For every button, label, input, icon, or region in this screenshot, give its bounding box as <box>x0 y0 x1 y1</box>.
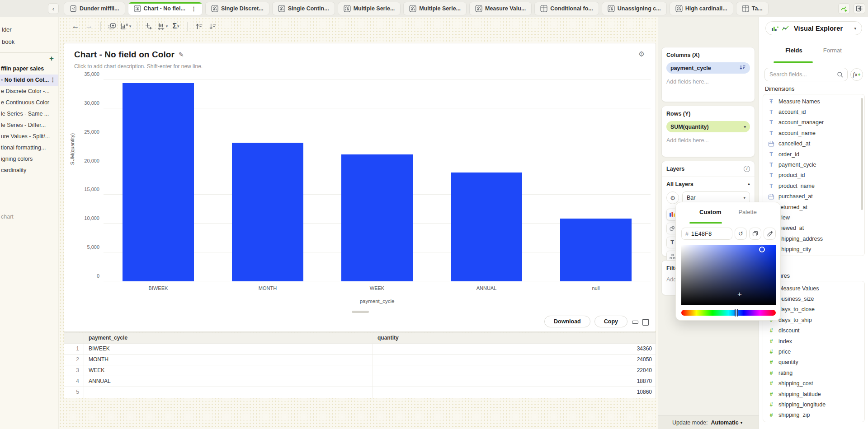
bar[interactable] <box>560 219 632 281</box>
field-item[interactable]: #shipping_zip <box>763 410 864 420</box>
field-item[interactable]: Torder_id <box>763 149 864 159</box>
table-row[interactable]: 1BIWEEK34360 <box>64 344 656 354</box>
field-item[interactable]: Taccount_id <box>763 107 864 117</box>
field-item[interactable]: #shipping_latitude <box>763 389 864 399</box>
tab-fields[interactable]: Fields <box>785 47 802 58</box>
copy-button[interactable]: Copy <box>594 316 627 327</box>
workbook-tab[interactable]: High cardinali... <box>670 2 733 15</box>
color-selector-circle[interactable] <box>759 247 765 252</box>
copy-color-button[interactable] <box>749 228 761 240</box>
cell-quantity[interactable]: 24050 <box>373 354 656 365</box>
pill-caret-icon[interactable]: ▾ <box>744 125 746 129</box>
dropdown-caret-icon[interactable]: ▾ <box>129 24 132 28</box>
cell-payment-cycle[interactable]: WEEK <box>84 365 373 376</box>
field-item[interactable]: Tproduct_name <box>763 181 864 191</box>
field-item[interactable]: ŦMeasure Names <box>763 96 864 107</box>
sidebar-page-item[interactable]: cardinality <box>0 165 58 176</box>
add-calculated-field-button[interactable]: fx+ <box>850 68 863 81</box>
color-picker-tab-palette[interactable]: Palette <box>738 209 756 215</box>
maximize-icon[interactable] <box>642 319 648 324</box>
workbook-tab[interactable]: Dunder miffli... <box>64 2 125 15</box>
cell-payment-cycle[interactable]: BIWEEK <box>84 344 373 354</box>
clear-chart-button[interactable]: ▾ <box>119 19 132 33</box>
sidebar-page-item[interactable]: igning colors <box>0 154 58 165</box>
layers-info-icon[interactable]: i <box>744 166 750 172</box>
sidebar-page-item[interactable]: le Series - Same ... <box>0 108 58 120</box>
field-item[interactable]: Tpayment_cycle <box>763 159 864 170</box>
bar[interactable] <box>451 173 522 281</box>
sidebar-page-item[interactable]: ure Values - Split/... <box>0 131 58 142</box>
hue-slider-handle[interactable] <box>735 309 738 317</box>
workbook-tab[interactable]: Chart - No fiel...⋮ <box>128 2 203 15</box>
cell-payment-cycle[interactable] <box>84 387 373 398</box>
field-item[interactable]: #index <box>763 336 864 346</box>
workbook-tab[interactable]: Single Discret... <box>205 2 269 15</box>
field-item[interactable]: Taccount_manager <box>763 117 864 128</box>
columns-field-pill[interactable]: payment_cycle <box>666 62 750 74</box>
add-page-button[interactable]: + <box>49 55 54 62</box>
bar-width-button[interactable]: ▾ <box>156 19 169 33</box>
hex-color-input[interactable]: # 1E48F8 <box>681 228 732 240</box>
field-item[interactable]: #price <box>763 346 864 357</box>
sort-descending-button[interactable] <box>206 19 219 33</box>
sidebar-page-item[interactable]: - No field on Col...⋮ <box>0 75 58 86</box>
chart-horizontal-scrollbar[interactable] <box>352 311 369 313</box>
table-row[interactable]: 2MONTH24050 <box>64 354 656 365</box>
chart-card[interactable]: Chart - No field on Color ✎ Click to add… <box>64 43 656 332</box>
hue-slider[interactable] <box>681 310 776 316</box>
field-item[interactable]: #quantity <box>763 357 864 368</box>
visual-explorer-selector[interactable]: Visual Explorer ▾ <box>765 21 862 35</box>
column-header[interactable]: payment_cycle <box>84 333 373 343</box>
duplicate-element-button[interactable] <box>105 19 119 33</box>
edit-title-icon[interactable]: ✎ <box>179 51 184 58</box>
chart-description-placeholder[interactable]: Click to add chart description. Shift-en… <box>74 63 203 70</box>
swap-axes-button[interactable] <box>142 19 156 33</box>
color-picker-tab-custom[interactable]: Custom <box>699 209 721 215</box>
workbook-tab[interactable]: Conditional fo... <box>534 2 599 15</box>
minimize-icon[interactable] <box>632 319 638 324</box>
bar[interactable] <box>123 83 194 281</box>
cell-payment-cycle[interactable]: MONTH <box>84 354 373 365</box>
field-item[interactable]: Taccount_name <box>763 128 864 138</box>
workbook-tab[interactable]: Single Contin... <box>272 2 335 15</box>
cell-quantity[interactable]: 34360 <box>373 344 656 354</box>
field-item[interactable]: #rating <box>763 368 864 378</box>
sidebar-page-item[interactable]: e Discrete Color -... <box>0 86 58 97</box>
sort-icon[interactable] <box>739 65 746 72</box>
collapse-tabs-button[interactable]: ‹ <box>48 3 59 14</box>
rows-field-pill[interactable]: SUM(quantity) ▾ <box>666 121 750 132</box>
saturation-value-area[interactable]: + <box>681 245 776 305</box>
workbook-tab[interactable]: Multiple Serie... <box>403 2 467 15</box>
cell-quantity[interactable]: 22040 <box>373 365 656 376</box>
field-item[interactable]: #shipping_cost <box>763 378 864 389</box>
field-item[interactable]: purchased_at <box>763 191 864 202</box>
chart-title[interactable]: Chart - No field on Color <box>74 50 175 60</box>
search-fields-input[interactable] <box>765 68 847 81</box>
field-item[interactable]: #shipping_longitude <box>763 399 864 410</box>
workbook-tab[interactable]: Unassigning c... <box>602 2 667 15</box>
columns-add-placeholder[interactable]: Add fields here... <box>666 79 750 85</box>
eyedropper-button[interactable] <box>764 228 776 240</box>
sidebar-link-builder[interactable]: lder <box>1 23 56 36</box>
cell-quantity[interactable]: 18870 <box>373 376 656 387</box>
field-item[interactable]: #discount <box>763 326 864 336</box>
rows-add-placeholder[interactable]: Add fields here... <box>666 137 750 144</box>
column-header[interactable]: quantity <box>373 333 656 343</box>
workbook-tab[interactable]: Ta... <box>736 2 769 15</box>
tab-menu-icon[interactable]: ⋮ <box>191 5 197 12</box>
bar[interactable] <box>341 154 413 281</box>
undo-color-button[interactable]: ↺ <box>735 228 747 240</box>
chart-settings-gear-icon[interactable]: ⚙ <box>638 50 645 58</box>
sidebar-page-item[interactable]: tional formatting... <box>0 142 58 154</box>
back-button[interactable]: ← <box>69 19 82 33</box>
field-item[interactable]: Tproduct_id <box>763 170 864 181</box>
workbook-tab[interactable]: Measure Valu... <box>469 2 532 15</box>
sort-ascending-button[interactable] <box>192 19 206 33</box>
update-mode-value[interactable]: Automatic <box>711 420 739 426</box>
workbook-tab[interactable]: Multiple Serie... <box>338 2 401 15</box>
cell-payment-cycle[interactable]: ANNUAL <box>84 376 373 387</box>
table-row[interactable]: 3WEEK22040 <box>64 365 656 376</box>
toggle-panel-button[interactable] <box>854 3 865 14</box>
sidebar-page-item[interactable]: le Series - Differ... <box>0 120 58 131</box>
dropdown-caret-icon[interactable]: ▾ <box>177 24 179 28</box>
